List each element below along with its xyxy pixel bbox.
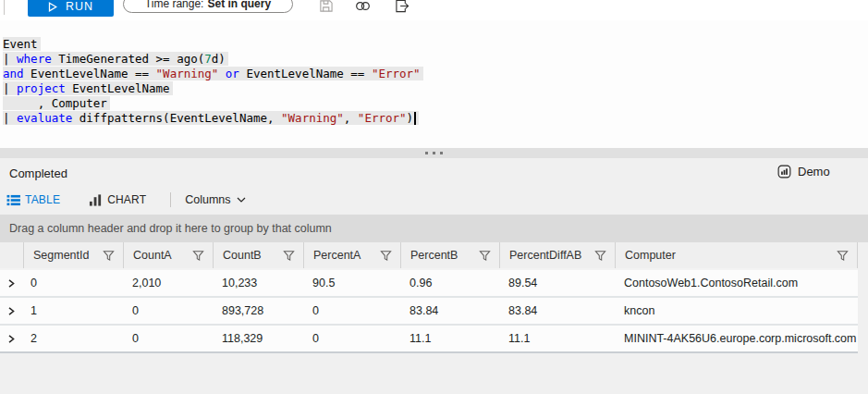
- columns-label: Columns: [185, 193, 230, 206]
- workspace-selector[interactable]: Demo: [777, 165, 830, 179]
- table-row[interactable]: 02,01010,23390.50.9689.54ContosoWeb1.Con…: [0, 270, 858, 298]
- table-cell: 893,728: [213, 298, 303, 324]
- group-by-hint: Drag a column header and drop it here to…: [9, 222, 332, 235]
- table-cell: kncon: [615, 298, 858, 324]
- table-cell: 0.96: [400, 270, 499, 296]
- table-cell: 0: [123, 298, 213, 324]
- filter-icon[interactable]: [837, 250, 849, 262]
- filter-icon[interactable]: [479, 250, 491, 262]
- column-header-label: CountA: [133, 249, 172, 262]
- table-cell: 83.84: [499, 298, 615, 324]
- save-icon[interactable]: [319, 0, 333, 17]
- column-header-countb[interactable]: CountB: [213, 242, 303, 268]
- chart-icon: [89, 193, 103, 206]
- run-button[interactable]: RUN: [28, 0, 114, 17]
- table-cell: 11.1: [400, 326, 499, 351]
- row-expander[interactable]: [0, 298, 23, 324]
- column-header-percenta[interactable]: PercentA: [303, 242, 400, 268]
- group-by-drop-zone[interactable]: Drag a column header and drop it here to…: [0, 215, 868, 242]
- code-line[interactable]: Event: [3, 37, 868, 52]
- table-cell: 118,329: [213, 326, 303, 351]
- column-header-label: PercentA: [313, 249, 361, 262]
- results-tabs: TABLE CHART Columns: [6, 191, 246, 209]
- table-cell: 0: [23, 270, 123, 296]
- text-cursor: [414, 112, 416, 125]
- row-expander[interactable]: [0, 270, 23, 296]
- table-cell: 90.5: [303, 270, 400, 296]
- query-editor[interactable]: Event| where TimeGenerated >= ago(7d)and…: [0, 20, 868, 148]
- column-header-label: Computer: [625, 249, 676, 262]
- expander-column-header: [0, 242, 23, 268]
- table-icon: [6, 194, 20, 206]
- code-line[interactable]: and EventLevelName == "Warning" or Event…: [3, 67, 868, 81]
- time-range-value: Set in query: [207, 0, 271, 10]
- table-cell: 0: [123, 326, 213, 351]
- splitter-dots-icon: [425, 152, 428, 154]
- table-cell: 10,233: [213, 270, 303, 296]
- table-cell: 89.54: [499, 270, 615, 296]
- table-cell: 1: [23, 298, 123, 324]
- code-line[interactable]: | where TimeGenerated >= ago(7d): [3, 52, 868, 67]
- time-range-label: Time range:: [145, 0, 204, 10]
- table-row[interactable]: 20118,329011.111.1MININT-4AK56U6.europe.…: [0, 326, 858, 353]
- tab-chart-label: CHART: [107, 193, 146, 206]
- filter-icon[interactable]: [103, 250, 115, 262]
- column-header-label: CountB: [223, 249, 262, 262]
- results-panel: Completed Demo TABLE CHART Col: [0, 158, 868, 394]
- query-status: Completed: [9, 166, 67, 180]
- chevron-right-icon: [6, 278, 16, 289]
- workspace-name: Demo: [798, 165, 830, 179]
- table-row[interactable]: 10893,728083.8483.84kncon: [0, 298, 858, 326]
- column-header-percentb[interactable]: PercentB: [400, 242, 499, 268]
- table-header: SegmentIdCountACountBPercentAPercentBPer…: [0, 242, 858, 270]
- table-cell: 0: [303, 326, 400, 351]
- column-header-label: PercentDiffAB: [509, 249, 581, 262]
- table-cell: 0: [303, 298, 400, 324]
- table-cell: 2: [23, 326, 123, 351]
- table-cell: ContosoWeb1.ContosoRetail.com: [615, 270, 858, 296]
- filter-icon[interactable]: [192, 250, 204, 262]
- splitter-dots-icon: [440, 152, 443, 154]
- results-table: SegmentIdCountACountBPercentAPercentBPer…: [0, 242, 858, 353]
- table-cell: 83.84: [400, 298, 499, 324]
- tabs-divider: [170, 192, 171, 207]
- filter-icon[interactable]: [594, 250, 606, 262]
- column-header-computer[interactable]: Computer: [615, 242, 858, 268]
- play-icon: [48, 2, 57, 12]
- tab-table-label: TABLE: [25, 193, 60, 206]
- column-header-label: PercentB: [410, 249, 458, 262]
- filter-icon[interactable]: [283, 250, 295, 262]
- column-header-label: SegmentId: [33, 249, 89, 262]
- toolbar-divider: [4, 0, 5, 15]
- chevron-down-icon: [237, 197, 246, 203]
- row-expander[interactable]: [0, 326, 23, 351]
- column-header-segmentid[interactable]: SegmentId: [23, 242, 123, 268]
- panel-splitter[interactable]: [0, 148, 868, 158]
- filter-icon[interactable]: [380, 250, 392, 262]
- column-header-percentdiffab[interactable]: PercentDiffAB: [499, 242, 615, 268]
- code-line[interactable]: | project EventLevelName: [3, 81, 868, 96]
- query-toolbar: RUN Time range: Set in query: [0, 0, 868, 20]
- table-body: 02,01010,23390.50.9689.54ContosoWeb1.Con…: [0, 270, 858, 353]
- column-header-counta[interactable]: CountA: [123, 242, 213, 268]
- code-line[interactable]: , Computer: [3, 96, 868, 111]
- code-line[interactable]: | evaluate diffpatterns(EventLevelName, …: [3, 111, 868, 126]
- chevron-right-icon: [6, 306, 16, 316]
- tab-chart[interactable]: CHART: [89, 193, 146, 206]
- table-cell: MININT-4AK56U6.europe.corp.microsoft.com: [615, 326, 858, 351]
- workspace-icon: [777, 165, 791, 179]
- columns-dropdown[interactable]: Columns: [185, 193, 245, 206]
- table-cell: 2,010: [123, 270, 213, 296]
- time-range-picker[interactable]: Time range: Set in query: [123, 0, 293, 13]
- code-lines: Event| where TimeGenerated >= ago(7d)and…: [3, 37, 868, 126]
- export-icon[interactable]: [395, 0, 410, 17]
- copy-link-icon[interactable]: [355, 0, 371, 17]
- log-analytics-query-window: RUN Time range: Set in query Event| wher…: [0, 0, 868, 394]
- splitter-dots-icon: [433, 152, 435, 154]
- table-cell: 11.1: [499, 326, 615, 351]
- run-button-label: RUN: [66, 0, 93, 13]
- tab-table[interactable]: TABLE: [6, 193, 60, 206]
- chevron-right-icon: [6, 334, 16, 344]
